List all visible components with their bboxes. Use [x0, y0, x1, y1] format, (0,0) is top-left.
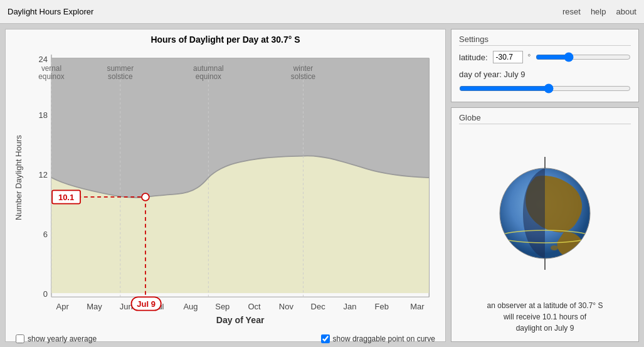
svg-text:Day of Year: Day of Year	[216, 315, 265, 325]
svg-text:12: 12	[39, 170, 48, 179]
svg-text:equinox: equinox	[38, 72, 64, 81]
svg-text:solstice: solstice	[291, 72, 316, 81]
svg-text:solstice: solstice	[108, 72, 133, 81]
settings-panel: Settings latitude: ° day of year: July 9	[451, 29, 639, 102]
latitude-slider[interactable]	[536, 51, 631, 63]
svg-text:Number Daylight Hours: Number Daylight Hours	[14, 135, 23, 220]
svg-text:Oct: Oct	[248, 302, 261, 311]
svg-text:18: 18	[39, 110, 48, 120]
globe-description: an observer at a latitude of 30.7° S wil…	[459, 300, 631, 334]
titlebar-buttons: reset help about	[562, 7, 636, 16]
svg-text:Apr: Apr	[56, 302, 70, 311]
svg-text:0: 0	[43, 289, 48, 299]
yearly-average-label: show yearly average	[28, 334, 97, 343]
about-button[interactable]: about	[616, 7, 636, 16]
svg-text:Aug: Aug	[183, 302, 198, 311]
chart-panel: Hours of Daylight per Day at 30.7° S 0 6…	[5, 29, 446, 342]
day-of-year-slider[interactable]	[459, 83, 631, 94]
draggable-point-label: show draggable point on curve	[333, 334, 435, 343]
svg-text:6: 6	[43, 230, 48, 239]
svg-text:autumnal: autumnal	[193, 64, 224, 73]
svg-text:winter: winter	[293, 64, 314, 73]
degree-symbol: °	[528, 53, 531, 61]
svg-text:Jun: Jun	[120, 302, 133, 311]
day-of-year-label: day of year: July 9	[459, 70, 631, 79]
app-title: Daylight Hours Explorer	[8, 7, 93, 16]
globe-desc-line2: will receive 10.1 hours of	[504, 312, 586, 321]
svg-text:vernal: vernal	[41, 64, 61, 73]
svg-text:24: 24	[39, 55, 48, 64]
svg-text:Jul 9: Jul 9	[137, 299, 156, 309]
svg-text:summer: summer	[107, 64, 134, 73]
globe-desc-line3: daylight on July 9	[516, 324, 574, 333]
svg-text:10.1: 10.1	[58, 193, 74, 202]
globe-container	[459, 129, 631, 297]
svg-text:Dec: Dec	[311, 302, 326, 311]
reset-button[interactable]: reset	[562, 7, 581, 16]
svg-text:Sep: Sep	[215, 302, 230, 311]
globe-desc-line1: an observer at a latitude of 30.7° S	[487, 301, 603, 310]
globe-panel: Globe	[451, 107, 639, 342]
svg-text:Feb: Feb	[375, 302, 389, 311]
latitude-label: latitude:	[459, 53, 488, 62]
svg-text:May: May	[87, 302, 102, 311]
svg-text:equinox: equinox	[196, 72, 221, 81]
settings-header: Settings	[459, 35, 631, 46]
svg-text:Jan: Jan	[343, 302, 356, 311]
yearly-average-checkbox[interactable]	[16, 334, 24, 343]
globe-header: Globe	[459, 113, 631, 124]
chart-area[interactable]: 0 6 12 18 24	[11, 47, 440, 331]
right-panel: Settings latitude: ° day of year: July 9…	[451, 29, 639, 342]
svg-point-51	[551, 245, 558, 250]
latitude-input[interactable]	[493, 51, 523, 63]
svg-point-46	[142, 193, 149, 201]
help-button[interactable]: help	[591, 7, 606, 16]
svg-text:Mar: Mar	[410, 302, 425, 311]
draggable-point-checkbox[interactable]	[321, 334, 330, 343]
chart-title: Hours of Daylight per Day at 30.7° S	[11, 35, 440, 45]
chart-bottom: show yearly average show draggable point…	[11, 331, 440, 346]
svg-text:Nov: Nov	[279, 302, 294, 311]
